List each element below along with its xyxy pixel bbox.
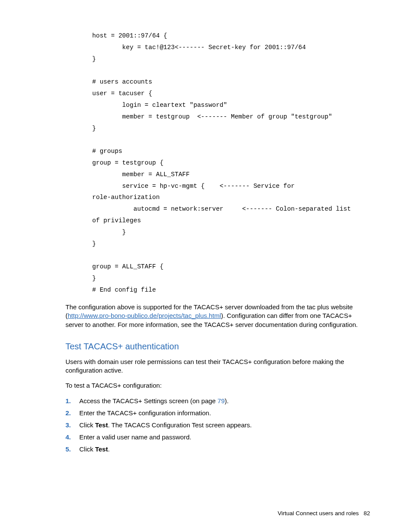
step-number: 1. [65,396,79,405]
step-pre: Click [79,445,95,453]
footer-section-title: Virtual Connect users and roles [278,510,359,516]
page-reference-link[interactable]: 79 [218,397,225,404]
step-text: Click Test. The TACACS Configuration Tes… [79,420,370,429]
step-bold: Test [95,421,108,429]
step-pre: Access the TACACS+ Settings screen (on p… [79,397,218,404]
step-number: 5. [65,445,79,454]
list-item: 5. Click Test. [65,445,370,454]
step-bold: Test [95,445,108,453]
step-post: . [108,445,109,453]
paragraph-intro: Users with domain user role permissions … [65,358,370,375]
footer-page-number: 82 [364,510,370,516]
step-post: . The TACACS Configuration Test screen a… [108,421,252,429]
list-item: 2. Enter the TACACS+ configuration infor… [65,408,370,417]
step-text: Enter the TACACS+ configuration informat… [79,408,370,417]
step-number: 2. [65,408,79,417]
step-text: Access the TACACS+ Settings screen (on p… [79,396,370,405]
list-item: 4. Enter a valid user name and password. [65,432,370,442]
section-heading-test-tacacs: Test TACACS+ authentication [65,342,370,352]
config-code-block: host = 2001::97/64 { key = tac!@123<----… [92,30,370,296]
step-number: 3. [65,420,79,429]
step-pre: Click [79,421,95,429]
step-text: Enter a valid user name and password. [79,432,370,442]
list-item: 1. Access the TACACS+ Settings screen (o… [65,396,370,405]
page-footer: Virtual Connect users and roles 82 [278,510,370,516]
tac-plus-link[interactable]: http://www.pro-bono-publico.de/projects/… [68,312,221,319]
step-text: Click Test. [79,445,370,454]
list-item: 3. Click Test. The TACACS Configuration … [65,420,370,429]
step-number: 4. [65,432,79,442]
step-post: ). [225,397,229,404]
paragraph-config-note: The configuration above is supported for… [65,303,370,330]
paragraph-lead-in: To test a TACACS+ configuration: [65,381,370,390]
steps-list: 1. Access the TACACS+ Settings screen (o… [65,396,370,454]
